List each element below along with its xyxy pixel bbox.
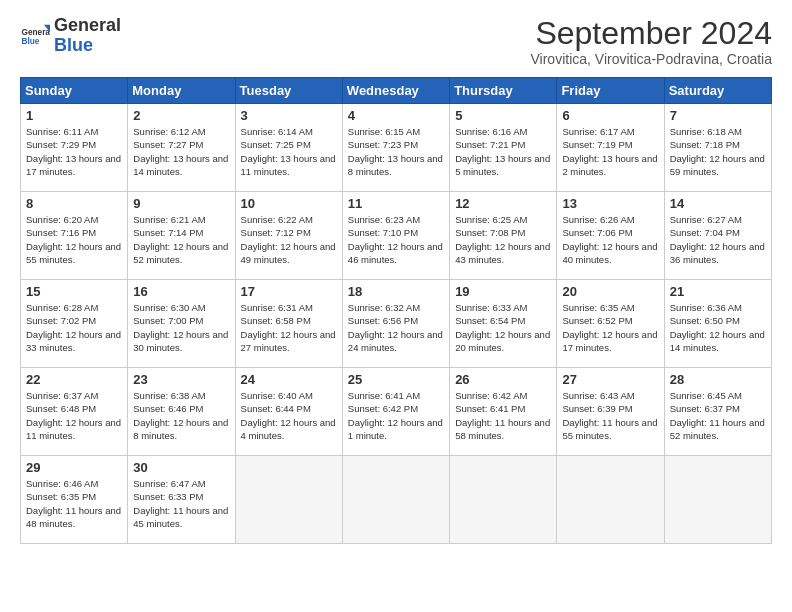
header: General Blue General Blue September 2024… [20, 16, 772, 67]
table-row: 1Sunrise: 6:11 AMSunset: 7:29 PMDaylight… [21, 104, 128, 192]
col-thursday: Thursday [450, 78, 557, 104]
day-info: Sunrise: 6:14 AMSunset: 7:25 PMDaylight:… [241, 125, 337, 178]
day-info: Sunrise: 6:31 AMSunset: 6:58 PMDaylight:… [241, 301, 337, 354]
day-info: Sunrise: 6:20 AMSunset: 7:16 PMDaylight:… [26, 213, 122, 266]
calendar-row: 15Sunrise: 6:28 AMSunset: 7:02 PMDayligh… [21, 280, 772, 368]
table-row: 10Sunrise: 6:22 AMSunset: 7:12 PMDayligh… [235, 192, 342, 280]
day-info: Sunrise: 6:18 AMSunset: 7:18 PMDaylight:… [670, 125, 766, 178]
logo-line1: General [54, 16, 121, 36]
day-number: 14 [670, 196, 766, 211]
day-info: Sunrise: 6:46 AMSunset: 6:35 PMDaylight:… [26, 477, 122, 530]
logo-line2: Blue [54, 36, 121, 56]
day-number: 1 [26, 108, 122, 123]
logo-text: General Blue [54, 16, 121, 56]
day-info: Sunrise: 6:40 AMSunset: 6:44 PMDaylight:… [241, 389, 337, 442]
day-number: 26 [455, 372, 551, 387]
month-title: September 2024 [531, 16, 772, 51]
day-info: Sunrise: 6:26 AMSunset: 7:06 PMDaylight:… [562, 213, 658, 266]
day-info: Sunrise: 6:30 AMSunset: 7:00 PMDaylight:… [133, 301, 229, 354]
day-number: 30 [133, 460, 229, 475]
table-row: 4Sunrise: 6:15 AMSunset: 7:23 PMDaylight… [342, 104, 449, 192]
table-row: 17Sunrise: 6:31 AMSunset: 6:58 PMDayligh… [235, 280, 342, 368]
table-row: 7Sunrise: 6:18 AMSunset: 7:18 PMDaylight… [664, 104, 771, 192]
day-number: 25 [348, 372, 444, 387]
day-info: Sunrise: 6:43 AMSunset: 6:39 PMDaylight:… [562, 389, 658, 442]
table-row: 16Sunrise: 6:30 AMSunset: 7:00 PMDayligh… [128, 280, 235, 368]
day-number: 8 [26, 196, 122, 211]
table-row [664, 456, 771, 544]
calendar-row: 1Sunrise: 6:11 AMSunset: 7:29 PMDaylight… [21, 104, 772, 192]
day-number: 16 [133, 284, 229, 299]
day-info: Sunrise: 6:45 AMSunset: 6:37 PMDaylight:… [670, 389, 766, 442]
day-number: 29 [26, 460, 122, 475]
table-row: 14Sunrise: 6:27 AMSunset: 7:04 PMDayligh… [664, 192, 771, 280]
day-number: 3 [241, 108, 337, 123]
day-number: 13 [562, 196, 658, 211]
table-row [235, 456, 342, 544]
day-number: 9 [133, 196, 229, 211]
table-row: 11Sunrise: 6:23 AMSunset: 7:10 PMDayligh… [342, 192, 449, 280]
table-row: 23Sunrise: 6:38 AMSunset: 6:46 PMDayligh… [128, 368, 235, 456]
day-info: Sunrise: 6:16 AMSunset: 7:21 PMDaylight:… [455, 125, 551, 178]
day-info: Sunrise: 6:35 AMSunset: 6:52 PMDaylight:… [562, 301, 658, 354]
table-row [450, 456, 557, 544]
day-number: 23 [133, 372, 229, 387]
col-tuesday: Tuesday [235, 78, 342, 104]
table-row: 8Sunrise: 6:20 AMSunset: 7:16 PMDaylight… [21, 192, 128, 280]
day-info: Sunrise: 6:15 AMSunset: 7:23 PMDaylight:… [348, 125, 444, 178]
day-info: Sunrise: 6:42 AMSunset: 6:41 PMDaylight:… [455, 389, 551, 442]
table-row [557, 456, 664, 544]
day-number: 24 [241, 372, 337, 387]
table-row: 12Sunrise: 6:25 AMSunset: 7:08 PMDayligh… [450, 192, 557, 280]
table-row [342, 456, 449, 544]
table-row: 5Sunrise: 6:16 AMSunset: 7:21 PMDaylight… [450, 104, 557, 192]
day-info: Sunrise: 6:23 AMSunset: 7:10 PMDaylight:… [348, 213, 444, 266]
title-block: September 2024 Virovitica, Virovitica-Po… [531, 16, 772, 67]
page: General Blue General Blue September 2024… [0, 0, 792, 612]
day-info: Sunrise: 6:28 AMSunset: 7:02 PMDaylight:… [26, 301, 122, 354]
table-row: 15Sunrise: 6:28 AMSunset: 7:02 PMDayligh… [21, 280, 128, 368]
day-info: Sunrise: 6:36 AMSunset: 6:50 PMDaylight:… [670, 301, 766, 354]
calendar: Sunday Monday Tuesday Wednesday Thursday… [20, 77, 772, 544]
day-number: 6 [562, 108, 658, 123]
day-number: 21 [670, 284, 766, 299]
table-row: 24Sunrise: 6:40 AMSunset: 6:44 PMDayligh… [235, 368, 342, 456]
calendar-row: 29Sunrise: 6:46 AMSunset: 6:35 PMDayligh… [21, 456, 772, 544]
table-row: 19Sunrise: 6:33 AMSunset: 6:54 PMDayligh… [450, 280, 557, 368]
table-row: 28Sunrise: 6:45 AMSunset: 6:37 PMDayligh… [664, 368, 771, 456]
day-number: 4 [348, 108, 444, 123]
day-info: Sunrise: 6:22 AMSunset: 7:12 PMDaylight:… [241, 213, 337, 266]
day-info: Sunrise: 6:41 AMSunset: 6:42 PMDaylight:… [348, 389, 444, 442]
day-info: Sunrise: 6:32 AMSunset: 6:56 PMDaylight:… [348, 301, 444, 354]
col-friday: Friday [557, 78, 664, 104]
col-monday: Monday [128, 78, 235, 104]
table-row: 6Sunrise: 6:17 AMSunset: 7:19 PMDaylight… [557, 104, 664, 192]
col-sunday: Sunday [21, 78, 128, 104]
day-info: Sunrise: 6:33 AMSunset: 6:54 PMDaylight:… [455, 301, 551, 354]
day-info: Sunrise: 6:21 AMSunset: 7:14 PMDaylight:… [133, 213, 229, 266]
day-number: 11 [348, 196, 444, 211]
day-number: 28 [670, 372, 766, 387]
table-row: 2Sunrise: 6:12 AMSunset: 7:27 PMDaylight… [128, 104, 235, 192]
day-number: 20 [562, 284, 658, 299]
table-row: 3Sunrise: 6:14 AMSunset: 7:25 PMDaylight… [235, 104, 342, 192]
day-number: 19 [455, 284, 551, 299]
day-info: Sunrise: 6:37 AMSunset: 6:48 PMDaylight:… [26, 389, 122, 442]
day-info: Sunrise: 6:12 AMSunset: 7:27 PMDaylight:… [133, 125, 229, 178]
day-number: 17 [241, 284, 337, 299]
table-row: 20Sunrise: 6:35 AMSunset: 6:52 PMDayligh… [557, 280, 664, 368]
col-saturday: Saturday [664, 78, 771, 104]
logo: General Blue General Blue [20, 16, 121, 56]
location: Virovitica, Virovitica-Podravina, Croati… [531, 51, 772, 67]
table-row: 21Sunrise: 6:36 AMSunset: 6:50 PMDayligh… [664, 280, 771, 368]
calendar-row: 8Sunrise: 6:20 AMSunset: 7:16 PMDaylight… [21, 192, 772, 280]
table-row: 27Sunrise: 6:43 AMSunset: 6:39 PMDayligh… [557, 368, 664, 456]
table-row: 9Sunrise: 6:21 AMSunset: 7:14 PMDaylight… [128, 192, 235, 280]
calendar-body: 1Sunrise: 6:11 AMSunset: 7:29 PMDaylight… [21, 104, 772, 544]
day-number: 18 [348, 284, 444, 299]
table-row: 18Sunrise: 6:32 AMSunset: 6:56 PMDayligh… [342, 280, 449, 368]
svg-text:General: General [22, 27, 51, 36]
day-number: 10 [241, 196, 337, 211]
day-number: 27 [562, 372, 658, 387]
svg-text:Blue: Blue [22, 36, 40, 45]
